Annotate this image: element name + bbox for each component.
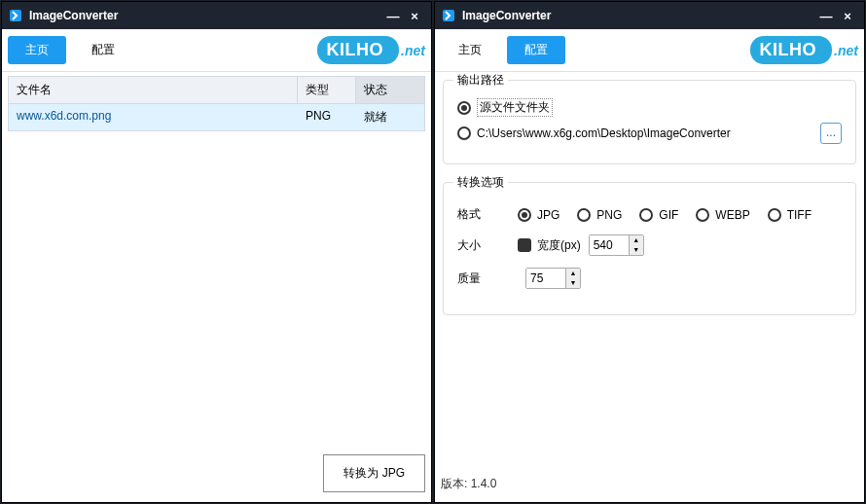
browse-button[interactable]: ... bbox=[820, 123, 842, 144]
radio-source-folder[interactable] bbox=[457, 101, 471, 115]
cell-type: PNG bbox=[298, 104, 356, 130]
width-label: 宽度(px) bbox=[537, 237, 581, 254]
tab-main[interactable]: 主页 bbox=[8, 36, 66, 64]
logo: KILHO.net bbox=[317, 36, 425, 64]
minimize-button[interactable]: — bbox=[815, 9, 837, 23]
radio-custom-folder-label: C:\Users\www.x6g.com\Desktop\ImageConver… bbox=[477, 126, 814, 140]
radio-source-folder-label: 源文件文件夹 bbox=[477, 98, 553, 117]
convert-button[interactable]: 转换为 JPG bbox=[323, 454, 425, 492]
tab-main[interactable]: 主页 bbox=[441, 36, 499, 64]
cell-filename: www.x6d.com.png bbox=[9, 104, 298, 130]
app-icon bbox=[441, 8, 456, 23]
titlebar-left: ImageConverter — × bbox=[2, 2, 431, 29]
radio-custom-folder[interactable] bbox=[457, 126, 471, 140]
table-row[interactable]: www.x6d.com.png PNG 就绪 bbox=[8, 104, 425, 131]
format-png[interactable]: PNG bbox=[577, 208, 622, 222]
tab-config[interactable]: 配置 bbox=[74, 36, 132, 64]
format-webp[interactable]: WEBP bbox=[696, 208, 749, 222]
col-type[interactable]: 类型 bbox=[298, 77, 356, 103]
format-jpg[interactable]: JPG bbox=[518, 208, 559, 222]
logo: KILHO.net bbox=[750, 36, 858, 64]
convert-options-group: 转换选项 格式 JPG PNG GIF WEBP TIFF 大小 宽度(px) … bbox=[443, 182, 856, 315]
format-label: 格式 bbox=[457, 206, 518, 223]
close-button[interactable]: × bbox=[837, 9, 858, 23]
quality-input[interactable] bbox=[526, 269, 565, 288]
width-input[interactable] bbox=[590, 235, 629, 255]
window-title: ImageConverter bbox=[462, 9, 551, 22]
col-status[interactable]: 状态 bbox=[356, 77, 424, 103]
quality-label: 质量 bbox=[457, 270, 518, 287]
output-path-group: 输出路径 源文件文件夹 C:\Users\www.x6g.com\Desktop… bbox=[443, 80, 856, 164]
titlebar-right: ImageConverter — × bbox=[435, 2, 864, 29]
format-gif[interactable]: GIF bbox=[639, 208, 678, 222]
app-icon bbox=[8, 8, 23, 23]
col-filename[interactable]: 文件名 bbox=[9, 77, 298, 103]
size-label: 大小 bbox=[457, 237, 518, 254]
width-up[interactable]: ▲ bbox=[630, 235, 643, 245]
width-checkbox[interactable] bbox=[518, 238, 531, 252]
tab-config[interactable]: 配置 bbox=[507, 36, 565, 64]
minimize-button[interactable]: — bbox=[382, 9, 404, 23]
convert-options-legend: 转换选项 bbox=[453, 174, 508, 191]
output-path-legend: 输出路径 bbox=[453, 72, 508, 89]
quality-up[interactable]: ▲ bbox=[566, 269, 580, 278]
cell-status: 就绪 bbox=[356, 104, 424, 130]
window-title: ImageConverter bbox=[29, 9, 118, 22]
format-tiff[interactable]: TIFF bbox=[768, 208, 812, 222]
version-label: 版本: 1.4.0 bbox=[441, 476, 496, 492]
quality-down[interactable]: ▼ bbox=[566, 278, 580, 288]
file-table-header: 文件名 类型 状态 bbox=[8, 76, 425, 104]
close-button[interactable]: × bbox=[404, 9, 425, 23]
width-down[interactable]: ▼ bbox=[630, 245, 643, 255]
